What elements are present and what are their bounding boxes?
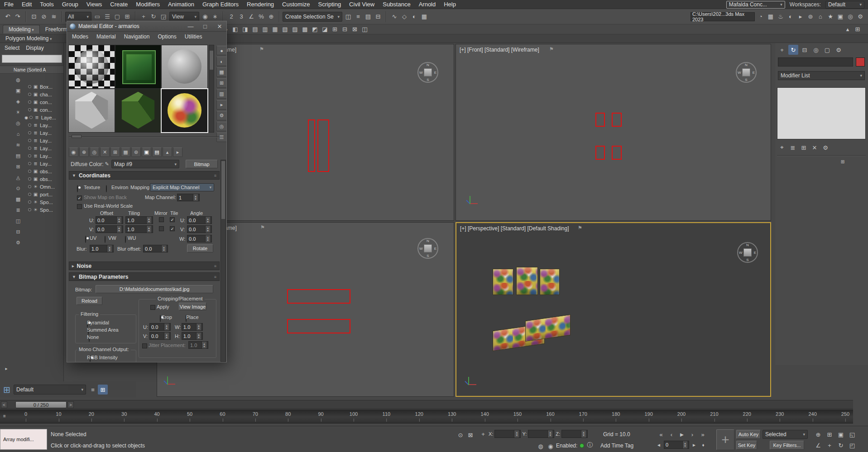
wireframe-object[interactable] <box>595 146 605 160</box>
v-mirror-checkbox[interactable] <box>159 226 164 231</box>
close-icon[interactable]: ✕ <box>215 22 225 32</box>
scene-item[interactable]: ≣Lay... <box>24 137 64 144</box>
home-icon[interactable]: ⌂ <box>815 12 825 22</box>
viewport-flag-icon[interactable]: ⚑ <box>549 46 554 52</box>
textured-box-object[interactable] <box>493 269 513 295</box>
v-angle-spinner[interactable]: 0.0▲▼ <box>187 225 212 233</box>
scene-item[interactable]: ≣Lay... <box>24 121 64 129</box>
pencil-icon[interactable]: ✎ <box>103 160 110 168</box>
wireframe-object[interactable] <box>308 119 315 172</box>
use-pivot-point-icon[interactable]: ◉ <box>200 12 210 22</box>
viewcube[interactable]: NESW <box>417 62 438 83</box>
viewport-flag-icon[interactable]: ⚑ <box>260 224 265 230</box>
make-preview-icon[interactable]: ▸ <box>216 100 227 109</box>
make-unique-icon[interactable]: ⊞ <box>799 143 809 152</box>
arnold-icon[interactable]: ★ <box>825 12 835 22</box>
layout-preset-dropdown[interactable]: Default▾ <box>14 385 86 395</box>
view-image-button[interactable]: View Image <box>179 303 206 310</box>
next-key-icon[interactable]: ► <box>690 441 698 449</box>
angle-snap-icon[interactable]: ∠ <box>246 12 256 22</box>
ribbon-tool-14-icon[interactable]: ⊟ <box>340 24 350 34</box>
wireframe-object[interactable] <box>287 319 350 333</box>
selection-filter-dropdown[interactable]: All▾ <box>65 12 91 22</box>
menu-scripting[interactable]: Scripting <box>314 0 345 8</box>
snap-toggle-3d-icon[interactable]: 3 <box>236 12 246 22</box>
filter-cameras-icon[interactable]: ◎ <box>13 118 24 128</box>
ribbon-tool-15-icon[interactable]: ⊠ <box>350 24 360 34</box>
mirror-icon[interactable]: ◫ <box>343 12 353 22</box>
select-by-material-icon[interactable]: ◎ <box>216 122 227 131</box>
motion-tab-icon[interactable]: ◎ <box>811 45 821 55</box>
time-slider-next-button[interactable]: > <box>67 401 74 408</box>
u-angle-spinner[interactable]: 0.0▲▼ <box>187 216 212 224</box>
toggle-layer-explorer-icon[interactable]: ⊟ <box>373 12 383 22</box>
viewport-flag-icon[interactable]: ⚑ <box>259 46 264 52</box>
crop-v-spinner[interactable]: 0.0▲▼ <box>149 332 171 340</box>
display-children-icon[interactable]: ◫ <box>13 216 24 226</box>
scene-item[interactable]: ≣Lay... <box>24 152 64 160</box>
render-setup-icon[interactable]: ◔ <box>756 12 766 22</box>
bitmap-path-button[interactable]: D:\Mafalda\documentos\kad.jpg <box>96 285 213 293</box>
settings-icon[interactable]: ⚙ <box>855 12 865 22</box>
select-and-manipulate-icon[interactable]: ∗ <box>210 12 220 22</box>
material-editor-icon[interactable]: ◐ <box>409 12 419 22</box>
ribbon-tool-3-icon[interactable]: ◧ <box>230 24 240 34</box>
map-type-button[interactable]: Bitmap <box>186 160 218 168</box>
reference-coordinate-dropdown[interactable]: View▾ <box>169 12 199 22</box>
backlight-icon[interactable]: ◐ <box>216 57 227 66</box>
render-production-icon[interactable]: ♨ <box>776 12 786 22</box>
show-map-on-back-checkbox[interactable]: ✓ <box>77 195 82 200</box>
filter-spacewarps-icon[interactable]: ≋ <box>13 140 24 150</box>
scene-item[interactable]: ▣port... <box>24 190 64 198</box>
material-editor-menu-modes[interactable]: Modes <box>68 33 92 41</box>
explorer-settings-icon[interactable]: ⚙ <box>13 238 24 247</box>
undo-icon[interactable]: ↶ <box>3 12 13 22</box>
transform-type-in-icon[interactable]: + <box>479 430 487 438</box>
scene-item[interactable]: ▣Box... <box>24 83 64 90</box>
cloud-render-icon[interactable]: ⊚ <box>806 12 815 22</box>
viewcube-cube[interactable] <box>424 244 432 252</box>
ribbon-tool-9-icon[interactable]: ▨ <box>290 24 300 34</box>
explorer-menu-select[interactable]: Select <box>5 45 19 51</box>
schematic-view-icon[interactable]: ◇ <box>399 12 409 22</box>
material-editor-menu-navigation[interactable]: Navigation <box>120 33 154 41</box>
put-material-to-scene-icon[interactable]: ⊕ <box>79 147 89 157</box>
ribbon-tool-11-icon[interactable]: ◩ <box>310 24 320 34</box>
viewport-flag-icon[interactable]: ⚑ <box>578 225 582 231</box>
z-coordinate-field[interactable]: ▲▼ <box>561 430 588 438</box>
bind-to-spacewarp-icon[interactable]: ≋ <box>49 12 59 22</box>
slots-splitter-grip[interactable] <box>72 135 82 138</box>
u-tile-checkbox[interactable]: ✓ <box>170 217 175 222</box>
scene-item[interactable]: ▣obs... <box>24 167 64 175</box>
zoom-all-icon[interactable]: ⊞ <box>824 429 835 439</box>
menu-civil-view[interactable]: Civil View <box>345 0 379 8</box>
filter-groups-icon[interactable]: ▤ <box>13 151 24 161</box>
menu-rendering[interactable]: Rendering <box>243 0 278 8</box>
rotate-button[interactable]: Rotate <box>187 244 213 252</box>
toggle-scene-explorer-icon[interactable]: ▤ <box>363 12 373 22</box>
snap-toggle-2d-icon[interactable]: 2 <box>226 12 236 22</box>
sample-slot-gray-cube[interactable] <box>69 89 115 132</box>
sample-slot-checker-sphere[interactable] <box>69 45 115 88</box>
map-channel-spinner[interactable]: 1▲▼ <box>177 194 200 201</box>
create-tab-icon[interactable]: + <box>777 45 787 55</box>
uv-radio[interactable] <box>85 236 86 243</box>
ribbon-minimize-icon[interactable]: ▴ <box>843 24 853 34</box>
scene-item[interactable]: ☀Spo... <box>24 198 64 206</box>
select-and-scale-icon[interactable]: ◲ <box>158 12 168 22</box>
sort-by-layer-icon[interactable]: ≣ <box>13 205 24 215</box>
previous-key-icon[interactable]: ◄ <box>655 441 663 449</box>
align-icon[interactable]: ≡ <box>353 12 363 22</box>
go-to-start-icon[interactable]: « <box>656 429 666 439</box>
expand-arrow-icon[interactable]: ▸ <box>3 365 10 372</box>
u-mirror-checkbox[interactable] <box>159 217 164 222</box>
menu-tools[interactable]: Tools <box>36 0 58 8</box>
u-offset-spinner[interactable]: 0.0▲▼ <box>96 216 123 224</box>
viewcube[interactable]: NESW <box>417 238 438 259</box>
explorer-name-column-header[interactable]: Name (Sorted A <box>0 66 64 74</box>
selection-lock-icon[interactable]: ⊠ <box>465 430 475 440</box>
scene-item[interactable]: ▣cha... <box>24 90 64 98</box>
percent-snap-icon[interactable]: % <box>256 12 266 22</box>
crop-radio[interactable] <box>160 315 161 322</box>
wireframe-object[interactable] <box>612 146 622 160</box>
